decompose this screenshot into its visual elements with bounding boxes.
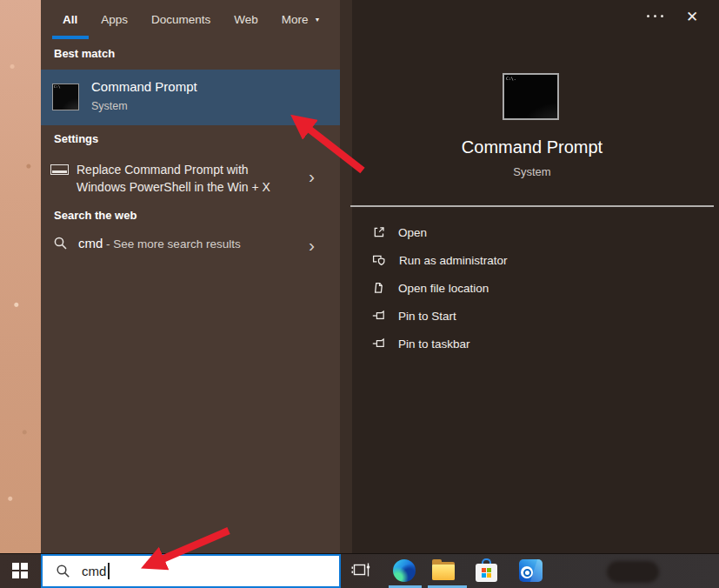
tab-all[interactable]: All bbox=[63, 13, 77, 26]
tab-web[interactable]: Web bbox=[234, 13, 258, 26]
microsoft-edge-icon[interactable] bbox=[393, 559, 416, 582]
window-setting-icon bbox=[50, 164, 69, 175]
task-view-icon[interactable] bbox=[351, 561, 371, 580]
search-icon bbox=[53, 236, 68, 251]
settings-header: Settings bbox=[54, 132, 98, 145]
action-open[interactable]: Open bbox=[372, 220, 650, 244]
action-run-as-administrator[interactable]: Run as administrator bbox=[372, 248, 650, 272]
preview-subtitle: System bbox=[352, 165, 712, 178]
web-search-result-label: cmd - See more search results bbox=[78, 236, 241, 251]
chevron-down-icon: ▼ bbox=[315, 17, 321, 23]
tab-apps[interactable]: Apps bbox=[101, 13, 128, 26]
tab-more[interactable]: More ▼ bbox=[282, 13, 321, 26]
file-location-icon bbox=[372, 281, 386, 295]
outlook-icon[interactable] bbox=[519, 559, 543, 582]
text-caret bbox=[108, 563, 110, 579]
preview-title: Command Prompt bbox=[352, 137, 712, 157]
shield-icon bbox=[372, 253, 387, 267]
best-match-header: Best match bbox=[54, 47, 115, 60]
file-explorer-icon[interactable] bbox=[432, 562, 455, 580]
pin-icon bbox=[372, 337, 386, 351]
windows-search-screen: All Apps Documents Web More ▼ ✕ Best mat… bbox=[0, 0, 719, 588]
action-open-file-location[interactable]: Open file location bbox=[372, 276, 650, 300]
pin-icon bbox=[372, 309, 386, 323]
close-icon[interactable]: ✕ bbox=[686, 8, 698, 26]
search-query-text: cmd bbox=[82, 564, 106, 578]
chevron-right-icon[interactable]: › bbox=[309, 236, 315, 254]
command-prompt-icon: C:\ bbox=[52, 84, 79, 110]
action-pin-to-start[interactable]: Pin to Start bbox=[372, 304, 650, 328]
microsoft-store-icon[interactable] bbox=[476, 558, 497, 582]
taskbar-search-input[interactable]: cmd bbox=[41, 554, 341, 588]
best-match-result-command-prompt[interactable] bbox=[41, 70, 340, 125]
search-icon bbox=[56, 564, 70, 578]
result-subtitle: System bbox=[91, 100, 128, 112]
active-tab-indicator bbox=[52, 36, 89, 39]
result-title: Command Prompt bbox=[91, 79, 197, 94]
more-options-icon[interactable] bbox=[647, 15, 663, 17]
redacted-tray-area bbox=[607, 561, 659, 583]
tab-documents[interactable]: Documents bbox=[151, 13, 210, 26]
command-prompt-large-icon: C:\. bbox=[503, 73, 559, 120]
action-pin-to-taskbar[interactable]: Pin to taskbar bbox=[372, 331, 650, 356]
desktop-wallpaper bbox=[0, 0, 41, 554]
panel-divider-strip bbox=[340, 0, 352, 553]
open-icon bbox=[372, 225, 386, 239]
start-button[interactable] bbox=[12, 563, 28, 578]
search-filter-tabs: All Apps Documents Web More ▼ bbox=[63, 0, 321, 39]
search-the-web-header: Search the web bbox=[54, 209, 136, 222]
settings-result-label: Replace Command Prompt with Windows Powe… bbox=[77, 161, 270, 196]
chevron-right-icon[interactable]: › bbox=[309, 167, 315, 185]
preview-divider bbox=[350, 205, 714, 207]
